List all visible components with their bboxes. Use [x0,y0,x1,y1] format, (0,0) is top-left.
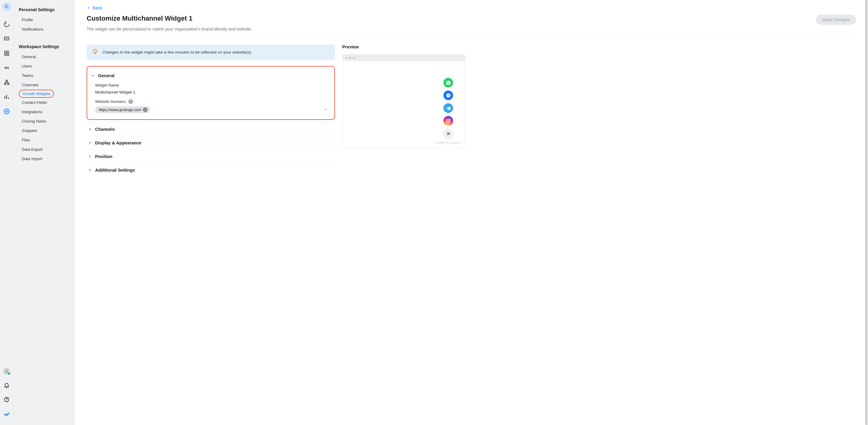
workspace-settings-heading: Workspace Settings [13,42,74,52]
channel-stack: Powered by respond.io [436,78,461,144]
chevron-right-icon [88,127,92,131]
help-tooltip-icon[interactable]: ? [128,99,133,104]
svg-point-10 [6,401,7,401]
info-banner: Changes to the widget might take a few m… [87,44,335,60]
svg-point-8 [6,370,7,371]
lightbulb-icon [92,49,98,56]
dashboard-icon[interactable] [1,19,12,30]
org-avatar[interactable]: C [2,2,11,11]
save-button[interactable]: Save Changes [816,14,856,25]
brand-icon[interactable] [1,408,12,420]
reports-icon[interactable] [1,91,12,102]
domain-chip: https://www.grubngo.com ✕ [95,106,150,113]
settings-icon[interactable] [1,106,12,117]
section-general-header[interactable]: General [90,70,331,82]
whatsapp-icon[interactable] [443,78,453,88]
main-content: Back Customize Multichannel Widget 1 Sav… [74,0,868,425]
settings-sidebar: Personal Settings Profile Notifications … [13,0,74,425]
section-display[interactable]: Display & Appearance [87,136,335,150]
back-link[interactable]: Back [87,5,102,10]
preview-frame: Powered by respond.io [342,54,465,148]
svg-point-3 [6,67,7,68]
close-icon[interactable] [443,129,453,138]
sidebar-item-general[interactable]: General [13,52,74,61]
chevron-right-icon [88,141,92,145]
instagram-icon[interactable] [443,116,453,126]
section-additional[interactable]: Additional Settings [87,163,335,177]
inbox-icon[interactable] [1,33,12,44]
section-position[interactable]: Position [87,150,335,163]
divider [87,37,856,38]
back-label: Back [93,5,102,10]
scrollbar[interactable] [865,0,868,425]
powered-by-text: Powered by respond.io [436,141,461,144]
section-channels[interactable]: Channels [87,122,335,136]
chevron-left-icon [87,6,90,10]
svg-rect-6 [7,83,9,85]
sidebar-item-integrations[interactable]: Integrations [13,107,74,117]
svg-point-2 [6,52,7,54]
notifications-icon[interactable] [1,380,12,391]
domain-value: https://www.grubngo.com [99,108,141,112]
workflows-icon[interactable] [1,77,12,88]
broadcast-icon[interactable] [1,62,12,73]
svg-rect-5 [4,83,6,85]
section-position-title: Position [95,154,112,159]
contacts-icon[interactable] [1,48,12,59]
page-description: The widget can be personalized to match … [87,27,856,31]
domain-expand-toggle[interactable] [323,107,328,112]
sidebar-item-data-export[interactable]: Data Export [13,145,74,154]
sidebar-item-contact-fields[interactable]: Contact Fields [13,98,74,107]
messenger-icon[interactable] [443,91,453,100]
sidebar-item-growth-widgets[interactable]: Growth Widgets [19,90,54,98]
banner-text: Changes to the widget might take a few m… [102,50,252,55]
sidebar-item-snippets[interactable]: Snippets [13,126,74,135]
section-display-title: Display & Appearance [95,140,142,145]
general-section-highlight: General Widget Name Multichannel Widget … [87,66,335,120]
remove-domain-icon[interactable]: ✕ [143,107,148,112]
widget-name-label: Widget Name [90,82,331,88]
section-general-title: General [98,73,115,78]
sidebar-item-data-import[interactable]: Data Import [13,154,74,163]
svg-point-13 [449,119,450,120]
svg-point-7 [6,111,7,112]
chevron-right-icon [88,168,92,172]
sidebar-item-closing-notes[interactable]: Closing Notes [13,117,74,126]
sidebar-item-channels[interactable]: Channels [13,80,74,90]
preview-heading: Preview [342,44,465,50]
sidebar-item-teams[interactable]: Teams [13,71,74,80]
widget-name-value[interactable]: Multichannel Widget 1 [90,88,331,98]
chevron-down-icon [91,73,95,78]
svg-rect-4 [6,80,7,81]
user-avatar[interactable] [3,367,10,375]
svg-point-12 [447,120,449,122]
sidebar-item-files[interactable]: Files [13,135,74,145]
chevron-right-icon [88,154,92,159]
page-title: Customize Multichannel Widget 1 [87,14,192,23]
nav-rail: C [0,0,13,425]
telegram-icon[interactable] [443,103,453,113]
sidebar-item-profile[interactable]: Profile [13,15,74,25]
sidebar-item-notifications[interactable]: Notifications [13,25,74,34]
section-additional-title: Additional Settings [95,168,135,172]
help-icon[interactable] [1,394,12,405]
personal-settings-heading: Personal Settings [13,5,74,15]
preview-browser-bar [343,55,465,61]
domains-label: Website Domains ? [90,98,331,104]
section-channels-title: Channels [95,127,115,132]
sidebar-item-users[interactable]: Users [13,61,74,71]
